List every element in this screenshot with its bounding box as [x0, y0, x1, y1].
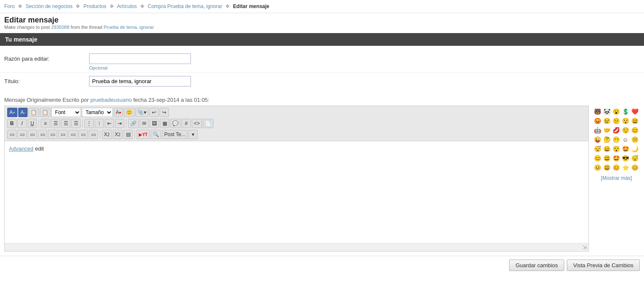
- advanced-link[interactable]: Advanced: [9, 145, 34, 152]
- table-btn-8[interactable]: ▭: [78, 130, 88, 139]
- thread-link[interactable]: Prueba de tema, ignorar: [104, 25, 154, 30]
- table-btn-1[interactable]: ▭: [7, 130, 17, 139]
- emoji-star[interactable]: ⭐: [621, 163, 630, 172]
- emoji-smile4[interactable]: 😊: [630, 163, 639, 172]
- breadcrumb-compra[interactable]: Compra Prueba de tema, ignorar: [148, 3, 222, 9]
- emoji-wow[interactable]: 😮: [612, 107, 620, 116]
- emoji-relieved[interactable]: 😌: [621, 126, 630, 134]
- breadcrumb-foro[interactable]: Foro: [4, 3, 15, 9]
- emoji-starstruck[interactable]: 🤩: [612, 154, 620, 162]
- emoji-bear[interactable]: 🐻: [593, 107, 602, 116]
- post-id-link[interactable]: 2935088: [51, 25, 70, 30]
- size-select[interactable]: Tamaño: [82, 108, 113, 117]
- emoji-neutral2[interactable]: 😐: [593, 163, 602, 172]
- emoji-happy2[interactable]: 😃: [602, 154, 611, 162]
- indent-button[interactable]: ⇥: [115, 119, 124, 128]
- emoji-panda[interactable]: 🐼: [602, 107, 611, 116]
- attachment-button[interactable]: 📎▾: [135, 108, 148, 117]
- emoji-smile[interactable]: 😊: [630, 126, 639, 134]
- table-btn-4[interactable]: ▭: [38, 130, 47, 139]
- emoji-angry[interactable]: 😡: [593, 117, 602, 125]
- more-button[interactable]: ▾: [188, 130, 198, 139]
- emoji-thinking[interactable]: 🤔: [602, 135, 611, 144]
- emoji-happy3[interactable]: 😃: [602, 163, 611, 172]
- youtube-button[interactable]: ▶YT: [137, 130, 150, 139]
- emoji-neutral[interactable]: 😶: [612, 135, 620, 144]
- email-button[interactable]: ✉: [140, 119, 149, 128]
- emoji-sad[interactable]: 😕: [630, 135, 639, 144]
- code-button[interactable]: <>: [192, 119, 202, 128]
- table-btn-6[interactable]: ▭: [58, 130, 67, 139]
- reason-input[interactable]: [89, 53, 191, 64]
- table-button[interactable]: ▦: [160, 119, 169, 128]
- spoiler-button[interactable]: 📄: [203, 119, 213, 128]
- title-label: Título:: [4, 76, 89, 84]
- align-center-button[interactable]: ☰: [51, 119, 60, 128]
- italic-button[interactable]: I: [17, 119, 27, 128]
- author-link[interactable]: pruebadeusuario: [90, 97, 132, 103]
- increase-font-button[interactable]: A+: [7, 108, 17, 117]
- table-btn-9[interactable]: ▭: [89, 130, 98, 139]
- superscript-button[interactable]: X2: [113, 130, 123, 139]
- emoji-happy[interactable]: 😃: [630, 117, 639, 125]
- align-justify-button[interactable]: ☰: [71, 119, 81, 128]
- link-button[interactable]: 🔗: [128, 119, 139, 128]
- unordered-list-button[interactable]: ⁝: [95, 119, 104, 128]
- emoji-confused[interactable]: 😕: [612, 117, 620, 125]
- emoji-moon[interactable]: 🌙: [630, 145, 639, 153]
- hash-button[interactable]: #: [182, 119, 191, 128]
- emoji-shocked[interactable]: 😯: [621, 117, 630, 125]
- image-button[interactable]: 🖼: [150, 119, 159, 128]
- emoji-cry[interactable]: 😢: [602, 117, 611, 125]
- emoji-heart[interactable]: ❤️: [630, 107, 639, 116]
- quote-button[interactable]: 💬: [170, 119, 181, 128]
- emoji-handshake[interactable]: 🤝: [602, 126, 611, 134]
- emoji-smile3[interactable]: 😊: [612, 163, 620, 172]
- search-button[interactable]: 🔍: [151, 130, 161, 139]
- emoji-star-eyes[interactable]: 🤩: [621, 145, 630, 153]
- text-color-button[interactable]: A: [114, 108, 123, 117]
- post-template-button[interactable]: Post Te...: [162, 130, 188, 139]
- emoji-sleepy[interactable]: 😴: [593, 145, 602, 153]
- preview-button[interactable]: Vista Previa de Cambios: [567, 260, 640, 271]
- ordered-list-button[interactable]: ⋮: [84, 119, 94, 128]
- table-btn-2[interactable]: ▭: [17, 130, 27, 139]
- form-area: Razón para editar: Opcional Título:: [0, 46, 644, 92]
- outdent-button[interactable]: ⇤: [105, 119, 114, 128]
- undo-button[interactable]: ↩: [149, 108, 159, 117]
- underline-button[interactable]: U: [28, 119, 37, 128]
- emoji-sleep2[interactable]: 😴: [630, 154, 639, 162]
- emoji-blush[interactable]: ☺️: [621, 135, 630, 144]
- save-button[interactable]: Guardar cambios: [509, 260, 564, 271]
- redo-button[interactable]: ↪: [160, 108, 169, 117]
- emoji-button[interactable]: 🙂: [124, 108, 134, 117]
- emoji-kiss[interactable]: 💋: [612, 126, 620, 134]
- align-left-button[interactable]: ≡: [41, 119, 50, 128]
- paste-button[interactable]: 📋: [40, 108, 50, 117]
- emoji-robot[interactable]: 🤖: [593, 126, 602, 134]
- emoji-grin[interactable]: 😀: [602, 145, 611, 153]
- emoji-cool[interactable]: 😎: [621, 154, 630, 162]
- list-extra-button[interactable]: ▤: [123, 130, 133, 139]
- copy-button[interactable]: 📋: [28, 108, 39, 117]
- decrease-font-button[interactable]: A-: [18, 108, 28, 117]
- subscript-button[interactable]: X2: [102, 130, 112, 139]
- align-right-button[interactable]: ☰: [61, 119, 70, 128]
- emoji-dollar[interactable]: 💲: [621, 107, 630, 116]
- breadcrumb-seccion[interactable]: Sección de negocios: [25, 3, 73, 9]
- show-more-link[interactable]: [Mostrar más]: [593, 175, 640, 181]
- resize-handle[interactable]: ⇲: [5, 243, 588, 251]
- font-select[interactable]: Font: [51, 108, 81, 117]
- table-btn-7[interactable]: ▭: [68, 130, 78, 139]
- breadcrumb-articulos[interactable]: Artículos: [117, 3, 137, 9]
- title-input[interactable]: [89, 76, 191, 87]
- bold-button[interactable]: B: [7, 119, 17, 128]
- breadcrumb-productos[interactable]: Productos: [84, 3, 106, 9]
- editor-content[interactable]: Advanced edit: [5, 141, 588, 243]
- table-btn-3[interactable]: ▭: [28, 130, 37, 139]
- emoji-smile2[interactable]: 😊: [593, 154, 602, 162]
- emoji-wink[interactable]: 😜: [593, 135, 602, 144]
- emoji-open[interactable]: 😯: [612, 145, 620, 153]
- reason-field-wrapper: Opcional: [89, 53, 191, 70]
- table-btn-5[interactable]: ▭: [48, 130, 57, 139]
